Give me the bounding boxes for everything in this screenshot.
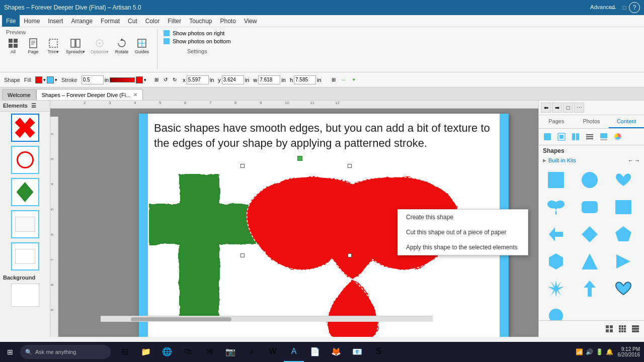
taskbar-app-mail[interactable]: ✉ (199, 342, 219, 362)
content-btn-6[interactable] (611, 131, 624, 143)
taskbar-app-store[interactable]: 🛍 (178, 342, 198, 362)
options-button[interactable]: Options▾ (89, 37, 111, 55)
taskbar-app-word[interactable]: W (263, 342, 283, 362)
element-thumb-4[interactable] (11, 210, 39, 238)
taskbar-app-music[interactable]: ♪ (242, 342, 262, 362)
search-box[interactable]: 🔍 Ask me anything (20, 345, 111, 359)
grid-icon[interactable]: ⊞ (330, 76, 338, 84)
content-btn-1[interactable] (541, 131, 554, 143)
scrollbar-horizontal[interactable] (101, 316, 433, 322)
taskbar-app-firefox[interactable]: 🦊 (326, 342, 346, 362)
element-thumb-1[interactable] (11, 114, 39, 142)
selection-handle-top-right[interactable] (348, 164, 352, 168)
menu-cut[interactable]: Cut (124, 15, 141, 27)
shape-up-arrow[interactable] (576, 276, 604, 301)
scroll-thumb-h[interactable] (131, 317, 231, 321)
spreads-button[interactable]: Spreads▾ (64, 37, 87, 55)
canvas-content[interactable]: Basic shapes have smooth edges, but you … (58, 109, 538, 337)
shape-pentagon[interactable] (609, 222, 637, 247)
content-btn-4[interactable] (583, 131, 596, 143)
content-btn-5[interactable] (597, 131, 610, 143)
tab-pages[interactable]: Pages (539, 115, 574, 128)
canvas-area[interactable]: 2 3 4 5 6 7 8 9 10 11 12 2 3 4 5 6 7 (50, 101, 538, 337)
taskbar-app-artisan[interactable]: A (284, 342, 304, 362)
tab-shapes-close[interactable]: ✕ (133, 92, 137, 98)
context-menu-create[interactable]: Create this shape (398, 210, 528, 225)
shape-hexagon[interactable] (542, 249, 570, 274)
help-icon[interactable]: ? (629, 2, 640, 13)
trim-button[interactable]: Trim▾ (44, 37, 62, 55)
menu-photo[interactable]: Photo (216, 15, 240, 27)
guides-button[interactable]: Guides (133, 37, 151, 55)
notification-icon[interactable]: 🔔 (606, 348, 614, 356)
nav-more[interactable]: ⋯ (574, 103, 584, 113)
shape-square[interactable] (542, 167, 570, 193)
taskbar-app-skype[interactable]: S (368, 342, 388, 362)
element-thumb-3[interactable] (11, 178, 39, 206)
page-button[interactable]: Page (24, 37, 42, 55)
lock-icon[interactable]: ⊞ (152, 76, 160, 84)
show-photos-bottom[interactable]: Show photos on bottom (164, 38, 231, 44)
network-icon[interactable]: 📶 (576, 348, 584, 356)
nav-forward[interactable]: ➡ (552, 103, 562, 113)
taskbar-app-outlook[interactable]: 📧 (347, 342, 367, 362)
x-input[interactable] (187, 75, 209, 84)
reset-icon[interactable]: ↻ (171, 76, 179, 84)
menu-format[interactable]: Format (97, 15, 124, 27)
link-icon[interactable]: ↔ (340, 76, 348, 84)
view-grid-large[interactable] (603, 323, 616, 335)
shape-heart-2[interactable] (609, 276, 637, 301)
view-list[interactable] (629, 323, 642, 335)
shape-diamond[interactable] (576, 222, 604, 247)
shape-star-burst[interactable] (542, 276, 570, 301)
stroke-color-box[interactable] (136, 76, 143, 83)
view-grid-small[interactable] (616, 323, 629, 335)
selection-handle-mid-left[interactable] (240, 253, 245, 257)
start-button[interactable]: ⊞ (0, 342, 20, 362)
menu-color[interactable]: Color (141, 15, 164, 27)
stroke-color-preview[interactable] (110, 77, 135, 82)
tab-shapes[interactable]: Shapes – Forever Deeper Dive (Fi... ✕ (36, 89, 143, 100)
volume-icon[interactable]: 🔊 (586, 348, 594, 356)
menu-file[interactable]: File (2, 15, 20, 27)
menu-insert[interactable]: Insert (44, 15, 67, 27)
star-icon[interactable]: ✦ (350, 76, 358, 84)
content-btn-2[interactable] (555, 131, 568, 143)
element-thumb-5[interactable] (11, 242, 39, 270)
stroke-arrow[interactable]: ▾ (144, 77, 146, 82)
menu-home[interactable]: Home (20, 15, 44, 27)
background-thumb[interactable] (11, 284, 39, 307)
nav-pages[interactable]: □ (563, 103, 573, 113)
taskbar-app-photos[interactable]: 📷 (220, 342, 240, 362)
menu-filter[interactable]: Filter (164, 15, 185, 27)
content-btn-3[interactable] (569, 131, 582, 143)
menu-touchup[interactable]: Touchup (185, 15, 216, 27)
clock[interactable]: 9:12 PM 6/20/2016 (618, 346, 640, 357)
builtin-kits-next[interactable]: → (634, 157, 640, 163)
stroke-value-input[interactable] (82, 75, 104, 84)
taskbar-app-files[interactable]: 📁 (136, 342, 156, 362)
context-menu-cut[interactable]: Cut this shape out of a piece of paper (398, 225, 528, 240)
advanced-button[interactable]: Advanced (586, 3, 619, 11)
selection-handle-mid-right[interactable] (348, 253, 352, 257)
builtin-kits-row[interactable]: ▶ Built-in Kits ← → (539, 156, 644, 164)
green-shape[interactable] (149, 174, 260, 320)
selection-handle-top-left[interactable] (240, 164, 245, 168)
fill-color-box[interactable] (35, 76, 42, 83)
taskbar-app-edge[interactable]: 🌐 (157, 342, 177, 362)
shape-rect-2[interactable] (609, 195, 637, 220)
tab-welcome[interactable]: Welcome (2, 89, 36, 100)
elements-collapse[interactable]: ☰ (31, 103, 36, 109)
battery-icon[interactable]: 🔋 (596, 348, 604, 356)
taskbar-app-view[interactable]: ⊟ (115, 342, 135, 362)
refresh-icon[interactable]: ↺ (162, 76, 170, 84)
y-input[interactable] (222, 75, 244, 84)
shape-butterfly[interactable] (542, 195, 570, 220)
element-thumb-2[interactable] (11, 146, 39, 174)
taskbar-app-pdf[interactable]: 📄 (305, 342, 325, 362)
menu-arrange[interactable]: Arrange (67, 15, 97, 27)
tab-photos[interactable]: Photos (574, 115, 609, 128)
fill-secondary-color[interactable] (47, 76, 54, 83)
menu-view[interactable]: View (240, 15, 261, 27)
all-button[interactable]: All (4, 37, 22, 55)
